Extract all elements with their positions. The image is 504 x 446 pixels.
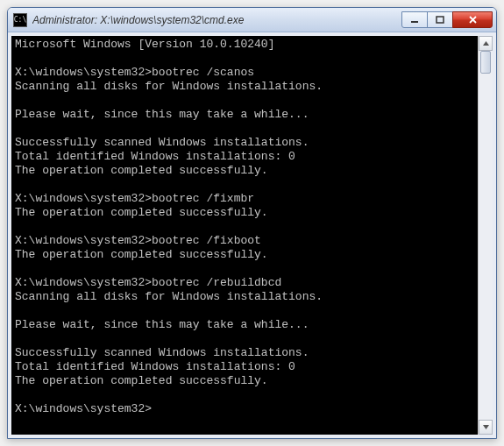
scroll-thumb[interactable] [480, 51, 491, 74]
console-line [15, 52, 476, 66]
scroll-down-button[interactable] [479, 420, 493, 435]
console-line: The operation completed successfully. [15, 374, 476, 388]
console-line: Please wait, since this may take a while… [15, 318, 476, 332]
console-line [15, 94, 476, 108]
close-icon [468, 15, 478, 25]
console-line: Successfully scanned Windows installatio… [15, 346, 476, 360]
scroll-up-button[interactable] [479, 36, 493, 51]
chevron-up-icon [482, 39, 490, 47]
command-prompt-window: C:\ Administrator: X:\windows\system32\c… [7, 7, 497, 439]
console-line [15, 262, 476, 276]
console-line: X:\windows\system32> [15, 402, 476, 416]
console-line: Please wait, since this may take a while… [15, 108, 476, 122]
console-output[interactable]: Microsoft Windows [Version 10.0.10240] X… [11, 36, 478, 435]
console-line: Successfully scanned Windows installatio… [15, 136, 476, 150]
cmd-icon: C:\ [13, 13, 27, 27]
console-line: The operation completed successfully. [15, 248, 476, 262]
console-line [15, 332, 476, 346]
console-line: X:\windows\system32>bootrec /rebuildbcd [15, 276, 476, 290]
console-line: Scanning all disks for Windows installat… [15, 290, 476, 304]
maximize-button[interactable] [427, 11, 453, 28]
console-line [15, 220, 476, 234]
minimize-icon [410, 16, 419, 25]
scroll-track[interactable] [479, 51, 493, 420]
console-line: Total identified Windows installations: … [15, 150, 476, 164]
chevron-down-icon [482, 423, 490, 431]
console-line: Total identified Windows installations: … [15, 360, 476, 374]
console-line [15, 388, 476, 402]
console-line [15, 304, 476, 318]
console-line: Scanning all disks for Windows installat… [15, 80, 476, 94]
client-area: Microsoft Windows [Version 10.0.10240] X… [8, 32, 496, 438]
window-title: Administrator: X:\windows\system32\cmd.e… [32, 14, 402, 26]
console-line [15, 122, 476, 136]
maximize-icon [436, 16, 444, 25]
console-line [15, 178, 476, 192]
console-line: The operation completed successfully. [15, 164, 476, 178]
svg-marker-5 [483, 425, 489, 429]
close-button[interactable] [452, 11, 493, 28]
console-line: X:\windows\system32>bootrec /fixboot [15, 234, 476, 248]
svg-rect-0 [411, 21, 418, 23]
console-line: Microsoft Windows [Version 10.0.10240] [15, 38, 476, 52]
console-line: X:\windows\system32>bootrec /scanos [15, 66, 476, 80]
svg-marker-4 [483, 41, 489, 46]
console-line: The operation completed successfully. [15, 206, 476, 220]
console-line: X:\windows\system32>bootrec /fixmbr [15, 192, 476, 206]
window-controls [402, 11, 493, 28]
svg-rect-1 [437, 17, 444, 23]
title-bar[interactable]: C:\ Administrator: X:\windows\system32\c… [8, 8, 496, 32]
minimize-button[interactable] [401, 11, 428, 28]
vertical-scrollbar[interactable] [478, 36, 493, 435]
